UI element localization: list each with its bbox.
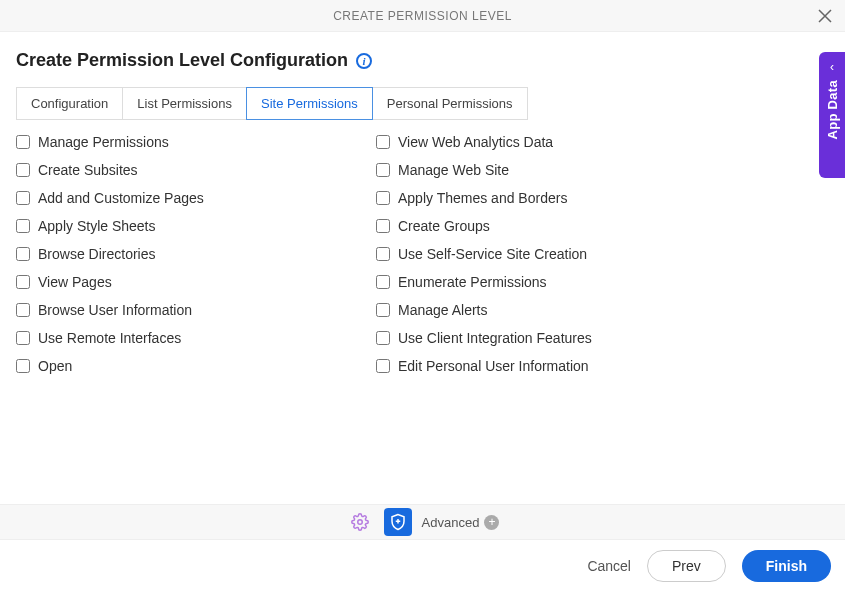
checkbox-label: View Pages (38, 274, 112, 290)
checkbox[interactable] (16, 303, 30, 317)
plus-icon: + (484, 515, 499, 530)
checkbox[interactable] (376, 219, 390, 233)
cancel-button[interactable]: Cancel (587, 558, 631, 574)
checkbox-label: Open (38, 358, 72, 374)
advanced-toggle[interactable]: Advanced + (422, 515, 500, 530)
checkbox-label: Manage Web Site (398, 162, 509, 178)
svg-point-0 (357, 520, 362, 525)
shield-icon (389, 513, 407, 531)
titlebar-title: CREATE PERMISSION LEVEL (333, 9, 512, 23)
tab-label: Site Permissions (261, 96, 358, 111)
perm-edit-personal-user-info[interactable]: Edit Personal User Information (376, 358, 696, 374)
info-icon[interactable]: i (356, 53, 372, 69)
checkbox-label: Create Groups (398, 218, 490, 234)
checkbox[interactable] (376, 359, 390, 373)
checkbox-label: Enumerate Permissions (398, 274, 547, 290)
button-label: Finish (766, 558, 807, 574)
checkbox-label: Use Self-Service Site Creation (398, 246, 587, 262)
shield-button[interactable] (384, 508, 412, 536)
checkbox-label: View Web Analytics Data (398, 134, 553, 150)
checkbox[interactable] (16, 331, 30, 345)
checkbox[interactable] (376, 275, 390, 289)
checkbox-label: Manage Permissions (38, 134, 169, 150)
side-panel-label: App Data (825, 80, 840, 139)
checkbox[interactable] (376, 331, 390, 345)
page-title: Create Permission Level Configuration (16, 50, 348, 71)
checkbox[interactable] (376, 163, 390, 177)
tabs: Configuration List Permissions Site Perm… (16, 87, 829, 120)
tab-personal-permissions[interactable]: Personal Permissions (372, 87, 528, 120)
tab-site-permissions[interactable]: Site Permissions (246, 87, 373, 120)
checkbox[interactable] (16, 247, 30, 261)
perm-create-groups[interactable]: Create Groups (376, 218, 696, 234)
checkbox-label: Apply Themes and Borders (398, 190, 567, 206)
settings-button[interactable] (346, 508, 374, 536)
main-content: Create Permission Level Configuration i … (0, 32, 845, 384)
tab-configuration[interactable]: Configuration (16, 87, 123, 120)
perm-manage-web-site[interactable]: Manage Web Site (376, 162, 696, 178)
checkbox-label: Browse Directories (38, 246, 155, 262)
checkbox[interactable] (376, 303, 390, 317)
checkbox[interactable] (376, 191, 390, 205)
perm-enumerate-permissions[interactable]: Enumerate Permissions (376, 274, 696, 290)
checkbox[interactable] (376, 247, 390, 261)
checkbox[interactable] (16, 359, 30, 373)
finish-button[interactable]: Finish (742, 550, 831, 582)
checkbox[interactable] (376, 135, 390, 149)
perm-browse-directories[interactable]: Browse Directories (16, 246, 336, 262)
perm-apply-themes-borders[interactable]: Apply Themes and Borders (376, 190, 696, 206)
tab-label: Personal Permissions (387, 96, 513, 111)
advanced-label: Advanced (422, 515, 480, 530)
button-label: Prev (672, 558, 701, 574)
bottom-actions: Cancel Prev Finish (587, 550, 831, 582)
perm-apply-style-sheets[interactable]: Apply Style Sheets (16, 218, 336, 234)
permissions-grid: Manage Permissions View Web Analytics Da… (16, 134, 696, 374)
titlebar: CREATE PERMISSION LEVEL (0, 0, 845, 32)
perm-view-web-analytics-data[interactable]: View Web Analytics Data (376, 134, 696, 150)
checkbox[interactable] (16, 275, 30, 289)
perm-manage-permissions[interactable]: Manage Permissions (16, 134, 336, 150)
checkbox-label: Create Subsites (38, 162, 138, 178)
close-icon (818, 9, 832, 23)
tab-list-permissions[interactable]: List Permissions (122, 87, 247, 120)
perm-add-customize-pages[interactable]: Add and Customize Pages (16, 190, 336, 206)
checkbox[interactable] (16, 163, 30, 177)
perm-open[interactable]: Open (16, 358, 336, 374)
checkbox-label: Apply Style Sheets (38, 218, 156, 234)
perm-create-subsites[interactable]: Create Subsites (16, 162, 336, 178)
checkbox[interactable] (16, 191, 30, 205)
tab-label: Configuration (31, 96, 108, 111)
chevron-left-icon: ‹ (830, 60, 834, 74)
perm-view-pages[interactable]: View Pages (16, 274, 336, 290)
checkbox[interactable] (16, 135, 30, 149)
perm-client-integration-features[interactable]: Use Client Integration Features (376, 330, 696, 346)
checkbox-label: Manage Alerts (398, 302, 488, 318)
footer-toolbar: Advanced + (0, 504, 845, 540)
button-label: Cancel (587, 558, 631, 574)
close-button[interactable] (815, 6, 835, 26)
perm-self-service-site-creation[interactable]: Use Self-Service Site Creation (376, 246, 696, 262)
checkbox-label: Browse User Information (38, 302, 192, 318)
checkbox-label: Use Remote Interfaces (38, 330, 181, 346)
perm-manage-alerts[interactable]: Manage Alerts (376, 302, 696, 318)
checkbox[interactable] (16, 219, 30, 233)
side-panel-toggle[interactable]: ‹ App Data (819, 52, 845, 178)
prev-button[interactable]: Prev (647, 550, 726, 582)
page-title-row: Create Permission Level Configuration i (16, 50, 829, 71)
perm-browse-user-info[interactable]: Browse User Information (16, 302, 336, 318)
checkbox-label: Use Client Integration Features (398, 330, 592, 346)
checkbox-label: Add and Customize Pages (38, 190, 204, 206)
checkbox-label: Edit Personal User Information (398, 358, 589, 374)
gear-icon (351, 513, 369, 531)
perm-use-remote-interfaces[interactable]: Use Remote Interfaces (16, 330, 336, 346)
tab-label: List Permissions (137, 96, 232, 111)
